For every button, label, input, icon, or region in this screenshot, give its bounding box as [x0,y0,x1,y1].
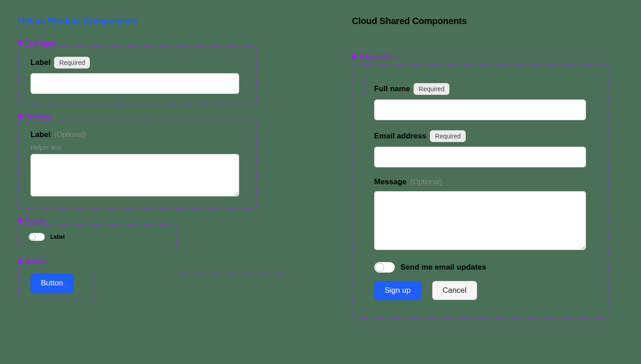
component-textarea: Textarea Label (Optional) Helper text [18,113,256,209]
required-badge: Required [414,83,449,95]
component-toggle: Toggle Label [18,217,256,250]
connector-line [95,330,284,330]
email-updates-label: Send me email updates [400,263,486,272]
diamond-icon [17,217,24,224]
component-tag-label: Textarea [25,113,51,120]
toggle-switch[interactable] [29,233,45,241]
text-input-preview: Label Required [18,46,256,104]
textarea-field[interactable] [30,154,239,197]
button-primary[interactable]: Button [30,274,74,293]
component-tag-toggle: Toggle [18,217,256,224]
helios-product-components: Helios Product Components Text Input Lab… [18,16,256,319]
cloud-shared-components: Cloud Shared Components Signup Form Full… [352,16,608,319]
component-tag-label: Signup Form [359,53,398,60]
signup-button[interactable]: Sign up [374,281,421,300]
component-tag-label: Text Input [25,39,55,46]
textarea-label-row: Label (Optional) [30,130,86,139]
section-title-cloud: Cloud Shared Components [352,16,608,26]
message-textarea[interactable] [374,191,586,250]
component-tag-text-input: Text Input [18,39,256,46]
toggle-preview: Label [18,224,177,250]
full-name-label: Full name [374,84,410,93]
component-tag-label: Button [25,258,46,265]
toggle-label: Label [50,234,64,240]
email-label: Email address [374,132,426,141]
email-updates-toggle[interactable] [374,262,395,273]
required-badge: Required [54,57,90,69]
toggle-knob [375,263,384,272]
toggle-knob [30,234,36,240]
button-preview: Button [18,265,95,301]
message-label: Message [374,177,407,187]
helper-text: Helper text [30,144,244,151]
component-tag-label: Toggle [25,217,46,224]
diamond-icon [17,258,24,265]
component-tag-signup-form: Signup Form [352,53,608,60]
optional-text: (Optional) [410,178,442,186]
component-text-input: Text Input Label Required [18,39,256,104]
text-input-field[interactable] [30,73,239,94]
email-updates-row: Send me email updates [374,262,586,273]
signup-form: Full name Required Email address Require… [352,64,608,319]
cancel-button[interactable]: Cancel [432,281,477,300]
textarea-label: Label [30,130,50,139]
signup-actions: Sign up Cancel [374,281,586,300]
component-tag-button: Button [18,258,256,265]
signup-email-field: Email address Required [374,130,586,167]
signup-full-name-field: Full name Required [374,83,586,120]
diamond-icon [351,53,357,59]
textarea-preview: Label (Optional) Helper text [18,120,256,209]
diamond-icon [17,39,24,46]
signup-message-field: Message (Optional) [374,177,586,252]
component-button: Button Button [18,258,256,301]
email-input[interactable] [374,147,586,167]
diamond-icon [17,113,24,119]
optional-text: (Optional) [54,131,86,139]
section-title-helios: Helios Product Components [18,16,256,26]
component-tag-textarea: Textarea [18,113,256,120]
full-name-input[interactable] [374,99,586,120]
text-input-label-row: Label Required [30,57,90,69]
text-input-label: Label [30,58,50,67]
required-badge: Required [430,130,466,142]
